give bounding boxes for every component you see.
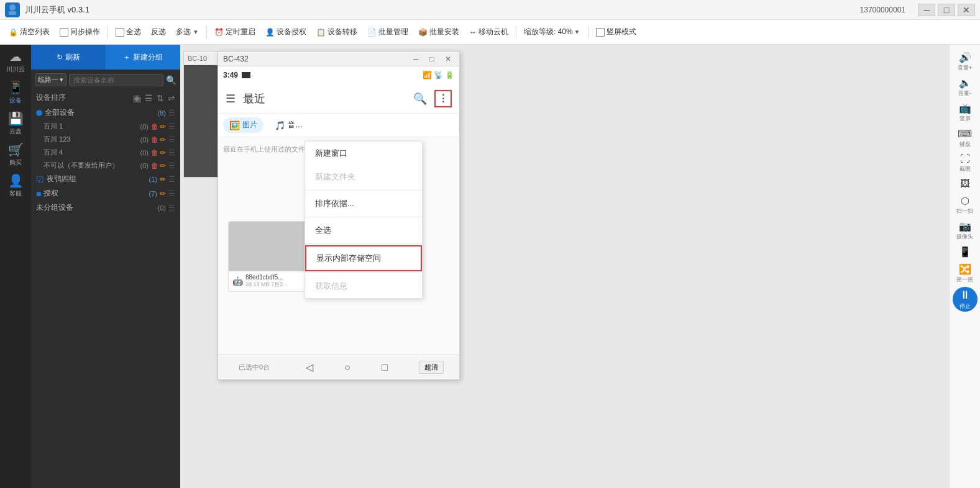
group-checkbox[interactable]: ☑ [36, 174, 44, 184]
status-icons: 📶 📡 🔋 [423, 71, 454, 79]
right-controls-panel: 🔊 音量+ 🔈 音量- 📺 竖屏 ⌨ 键盘 ⛶ 截图 🖼 [949, 45, 980, 488]
stop-button[interactable]: ⏸ 停止 [953, 287, 978, 312]
all-devices-group[interactable]: 全部设备 (8) ☰ [31, 106, 180, 120]
clear-list-button[interactable]: 🔒 清空列表 [5, 25, 53, 38]
refresh-button[interactable]: ↻ 刷新 [31, 45, 106, 70]
back-nav-button[interactable]: ◁ [306, 361, 313, 373]
list-item[interactable]: 百川 4 (0) 🗑 ✏ ☰ [31, 146, 180, 159]
camera-button[interactable]: 📷 摄像头 [951, 219, 979, 243]
hamburger-icon[interactable]: ☰ [226, 92, 236, 106]
sidebar-item-shop[interactable]: 🛒 购买 [1, 140, 30, 169]
search-icon[interactable]: 🔍 [166, 75, 176, 85]
group-actions: 🗑 ✏ [151, 148, 166, 157]
clock-icon: ⏰ [214, 28, 224, 37]
volume-up-button[interactable]: 🔊 音量+ [951, 50, 979, 74]
status-time: 3:49 [223, 71, 238, 79]
quality-button[interactable]: 超清 [419, 361, 444, 374]
multi-select-button[interactable]: 多选 ▼ [172, 25, 203, 38]
sidebar-item-storage[interactable]: 💾 云盘 [1, 109, 30, 138]
edit-icon[interactable]: ✏ [160, 175, 166, 184]
gallery-button[interactable]: 🖼 [951, 176, 979, 192]
list-view-icon[interactable]: ☰ [145, 93, 153, 103]
close-button[interactable]: ✕ [958, 4, 975, 16]
sort-filter-icon[interactable]: ⇌ [168, 93, 175, 103]
device-win-close[interactable]: ✕ [442, 53, 454, 65]
ungrouped-group[interactable]: 未分组设备 (0) ☰ [31, 201, 180, 215]
zoom-select[interactable]: 缩放等级: 40% ▼ [520, 25, 584, 38]
select-all-button[interactable]: 全选 [112, 25, 145, 38]
edit-icon[interactable]: ✏ [160, 122, 166, 131]
tab-images[interactable]: 🖼️ 图片 [223, 117, 263, 133]
portrait-checkbox[interactable] [596, 28, 605, 37]
delete-icon[interactable]: 🗑 [151, 148, 158, 157]
edit-icon[interactable]: ✏ [160, 189, 166, 198]
search-input[interactable] [69, 74, 163, 86]
drag-handle-icon: ☰ [168, 204, 175, 212]
phone-statusbar: 3:49 📶 📡 🔋 [218, 66, 459, 84]
move-cloud-button[interactable]: ↔ 移动云机 [465, 25, 512, 38]
device-win-maximize[interactable]: □ [426, 53, 438, 65]
edit-icon[interactable]: ✏ [160, 148, 166, 157]
recents-nav-button[interactable]: □ [382, 362, 388, 373]
new-group-button[interactable]: ＋ 新建分组 [106, 45, 181, 70]
line-select[interactable]: 线路一 ▾ [35, 73, 66, 86]
sync-checkbox[interactable] [60, 28, 68, 37]
device-auth-button[interactable]: 👤 设备授权 [262, 25, 310, 38]
list-item[interactable]: 百川 1 (0) 🗑 ✏ ☰ [31, 120, 180, 133]
list-item[interactable]: 百川 123 (0) 🗑 ✏ ☰ [31, 133, 180, 146]
minimize-button[interactable]: ─ [918, 4, 935, 16]
sidebar-item-device[interactable]: 📱 设备 [1, 78, 30, 107]
sync-ops-button[interactable]: 同步操作 [56, 25, 104, 38]
sidebar-item-service[interactable]: 👤 客服 [1, 171, 30, 200]
volume-down-button[interactable]: 🔈 音量- [951, 75, 979, 99]
batch-install-button[interactable]: 📦 批量安装 [414, 25, 463, 38]
app-title: 川川云手机 v0.3.1 [25, 4, 89, 16]
more-dots-icon: ⋮ [438, 93, 449, 104]
screenshot-button[interactable]: ⛶ 截图 [951, 151, 979, 175]
ctx-show-storage[interactable]: 显示内部存储空间 [305, 245, 422, 271]
flip-button[interactable]: 📱 [951, 244, 979, 260]
list-item[interactable]: ■ 授权 (7) ✏ ☰ [31, 186, 180, 201]
delete-icon[interactable]: 🗑 [151, 122, 158, 131]
scan-button[interactable]: ⬡ 扫一扫 [951, 193, 979, 217]
device-transfer-button[interactable]: 📋 设备转移 [313, 25, 361, 38]
deselect-button[interactable]: 反选 [147, 25, 170, 38]
ctx-new-window[interactable]: 新建窗口 [305, 142, 422, 165]
tab-audio[interactable]: 🎵 音… [268, 117, 309, 133]
file-item-1[interactable]: 🤖 88ed1cbdf5... 28.13 MB 7月2... [228, 221, 315, 292]
home-nav-button[interactable]: ○ [344, 362, 350, 373]
phone-more-button[interactable]: ⋮ [434, 90, 452, 107]
maximize-button[interactable]: □ [938, 4, 955, 16]
group-checkbox[interactable]: ■ [36, 189, 41, 199]
sidebar: ☁ 川川云 📱 设备 💾 云盘 🛒 购买 👤 客服 [0, 45, 180, 488]
delete-icon[interactable]: 🗑 [151, 135, 158, 144]
list-item[interactable]: 不可以（不要发给用户） (0) 🗑 ✏ ☰ [31, 159, 180, 172]
plus-icon: ＋ [123, 52, 131, 63]
window-controls[interactable]: ─ □ ✕ [918, 4, 975, 16]
sidebar-item-cloud[interactable]: ☁ 川川云 [1, 47, 30, 76]
ctx-sort-by[interactable]: 排序依据... [305, 192, 422, 215]
batch-manage-button[interactable]: 📄 批量管理 [364, 25, 412, 38]
sort-asc-icon[interactable]: ⇅ [157, 93, 164, 103]
selectall-checkbox[interactable] [116, 28, 124, 37]
group-actions: ✏ [160, 189, 166, 198]
lock-icon: 🔒 [9, 28, 18, 37]
edit-icon[interactable]: ✏ [160, 161, 166, 170]
ctx-get-info: 获取信息 [305, 274, 422, 298]
grid-view-icon[interactable]: ▦ [133, 93, 141, 103]
device-win-minimize[interactable]: ─ [410, 53, 422, 65]
portrait-mode-button[interactable]: 竖屏模式 [592, 25, 640, 38]
shop-nav-icon: 🛒 [8, 142, 24, 157]
portrait-button[interactable]: 📺 竖屏 [951, 101, 979, 125]
edit-icon[interactable]: ✏ [160, 135, 166, 144]
drag-handle-icon: ☰ [168, 148, 175, 157]
ctx-select-all[interactable]: 全选 [305, 219, 422, 242]
phone-search-icon[interactable]: 🔍 [413, 92, 427, 106]
scheduled-restart-button[interactable]: ⏰ 定时重启 [211, 25, 259, 38]
list-item[interactable]: ☑ 夜鸮四组 (1) ✏ ☰ [31, 172, 180, 186]
app-body: ☁ 川川云 📱 设备 💾 云盘 🛒 购买 👤 客服 [0, 45, 980, 488]
ctx-divider-2 [305, 217, 422, 217]
shake-button[interactable]: 🔀 摇一摇 [951, 261, 979, 286]
keyboard-button[interactable]: ⌨ 键盘 [951, 126, 979, 150]
delete-icon[interactable]: 🗑 [151, 161, 158, 170]
